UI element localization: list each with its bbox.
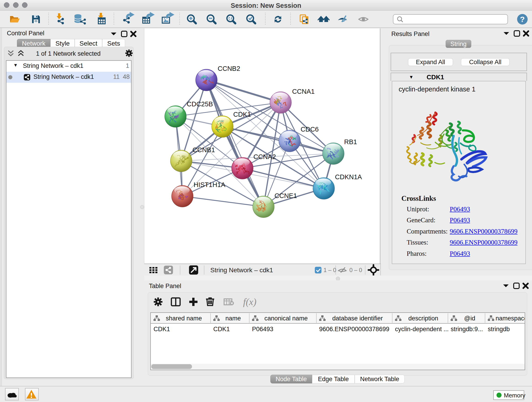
svg-text:CDC25B: CDC25B xyxy=(187,100,213,108)
svg-text:description: description xyxy=(408,315,438,322)
svg-text:CCNA2: CCNA2 xyxy=(253,153,276,160)
svg-text:HIST1H1A: HIST1H1A xyxy=(194,181,225,188)
svg-text:database identifier: database identifier xyxy=(332,315,383,322)
svg-text:CCNA1: CCNA1 xyxy=(292,88,315,95)
svg-text:String Network – cdk1: String Network – cdk1 xyxy=(210,267,273,274)
svg-text:CCNE1: CCNE1 xyxy=(274,192,297,199)
svg-text:P06493: P06493 xyxy=(252,326,273,332)
svg-text:1 – 0: 1 – 0 xyxy=(323,267,336,273)
svg-text:0 – 0: 0 – 0 xyxy=(349,267,362,273)
svg-text:CDK1: CDK1 xyxy=(213,326,230,332)
svg-text:?: ? xyxy=(520,15,525,24)
svg-text:CDK1: CDK1 xyxy=(233,111,251,118)
svg-text:stringdb: stringdb xyxy=(488,326,510,332)
svg-text:shared name: shared name xyxy=(166,315,202,322)
svg-text:namespace: namespace xyxy=(496,315,525,322)
svg-text:CCNB2: CCNB2 xyxy=(218,65,240,72)
svg-text:name: name xyxy=(225,315,241,322)
svg-text:stringdb:9...: stringdb:9... xyxy=(451,326,483,332)
svg-text:CDC6: CDC6 xyxy=(301,126,319,133)
svg-text:CDKN1A: CDKN1A xyxy=(335,173,362,181)
svg-text:CCNB1: CCNB1 xyxy=(192,146,215,153)
svg-text:CDK1: CDK1 xyxy=(153,326,170,332)
svg-text:9606.ENSP00000378699: 9606.ENSP00000378699 xyxy=(319,326,389,332)
svg-text:RB1: RB1 xyxy=(344,138,357,146)
svg-text:@id: @id xyxy=(464,315,475,322)
svg-text:f(x): f(x) xyxy=(243,297,256,307)
svg-text:canonical name: canonical name xyxy=(264,315,308,322)
svg-text:cyclin-dependent ...: cyclin-dependent ... xyxy=(395,326,449,332)
